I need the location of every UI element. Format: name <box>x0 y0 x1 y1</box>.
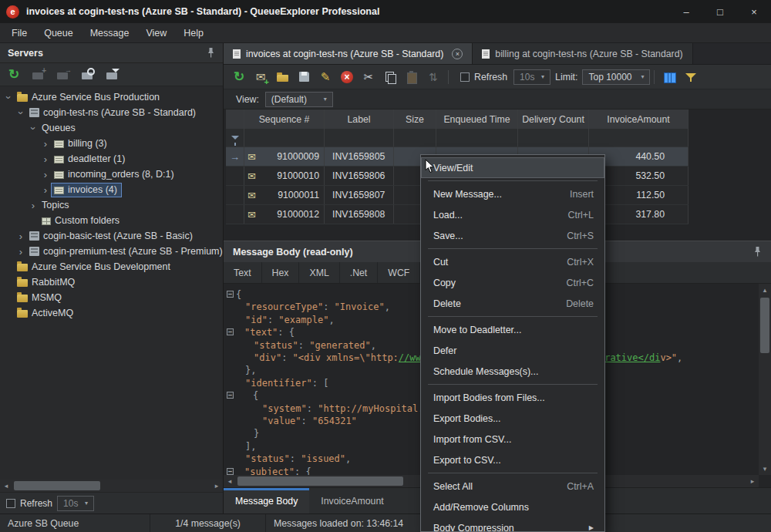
tree-item[interactable]: ›cogin-test-ns (Azure SB - Standard) <box>0 105 223 120</box>
tree-item-body[interactable]: Azure Service Bus Development <box>14 260 175 274</box>
cut-button[interactable] <box>358 67 379 87</box>
scroll-right-icon[interactable]: ▸ <box>746 475 759 487</box>
tree-item-body[interactable]: incoming_orders (8, D:1) <box>51 167 179 182</box>
tree-item[interactable]: ›incoming_orders (8, D:1) <box>0 167 223 182</box>
menu-item-defer[interactable]: Defer <box>421 340 604 361</box>
format-tab-hex[interactable]: Hex <box>262 262 300 283</box>
open-button[interactable] <box>271 67 293 87</box>
tree-item[interactable]: RabbitMQ <box>0 274 223 290</box>
filter-cell[interactable] <box>589 129 689 146</box>
scroll-thumb[interactable] <box>760 298 769 353</box>
menu-item-add-remove-columns[interactable]: Add/Remove Columns <box>421 497 604 517</box>
bottom-tab-invoiceamount[interactable]: InvoiceAmount <box>309 488 395 513</box>
tree-item[interactable]: ›invoices (4) <box>0 182 223 197</box>
browse-folders-button[interactable] <box>77 65 99 85</box>
menu-item-new-message[interactable]: New Message...Insert <box>421 184 604 204</box>
tree-item[interactable]: Custom folders <box>0 213 223 228</box>
bottom-tab-message-body[interactable]: Message Body <box>224 488 309 513</box>
tree-item-body[interactable]: ActiveMQ <box>14 306 78 321</box>
column-header-invoiceamount[interactable]: InvoiceAmount <box>589 109 689 129</box>
tree-item[interactable]: ›Queues <box>0 120 223 136</box>
menu-item-schedule-messages-s[interactable]: Schedule Messages(s)... <box>421 361 604 382</box>
column-header-enqueued-time[interactable]: Enqueued Time <box>436 109 518 129</box>
tree-item[interactable]: Azure Service Bus Development <box>0 259 223 274</box>
tree-item-body[interactable]: Azure Service Bus Production <box>14 90 164 105</box>
scroll-thumb[interactable] <box>14 481 100 490</box>
menu-item-cut[interactable]: CutCtrl+X <box>421 251 604 272</box>
scroll-up-icon[interactable]: ▴ <box>759 284 771 296</box>
column-header-indicator[interactable] <box>226 109 244 129</box>
column-header-label[interactable]: Label <box>325 109 394 129</box>
menu-item-import-from-csv[interactable]: Import from CSV... <box>421 429 604 450</box>
filter-cell[interactable] <box>436 129 518 146</box>
new-message-button[interactable] <box>250 67 271 87</box>
scroll-track[interactable] <box>12 480 210 492</box>
tree-item[interactable]: ›Azure Service Bus Production <box>0 89 223 105</box>
expander-icon[interactable]: › <box>28 123 39 133</box>
menu-message[interactable]: Message <box>82 23 138 42</box>
close-tab-icon[interactable]: × <box>452 49 463 59</box>
close-button[interactable]: × <box>737 0 771 23</box>
scroll-right-icon[interactable]: ▸ <box>210 480 223 492</box>
menu-item-move-to-deadletter[interactable]: Move to Deadletter... <box>421 319 604 340</box>
tree-item-body[interactable]: Topics <box>39 198 73 213</box>
tree-item-body[interactable]: deadletter (1) <box>51 152 130 167</box>
refresh-checkbox[interactable] <box>6 499 15 508</box>
document-tab[interactable]: invoices at cogin-test-ns (Azure SB - St… <box>224 43 473 64</box>
copy-button[interactable] <box>379 67 401 87</box>
tree-item-body[interactable]: Queues <box>39 121 80 136</box>
filter-servers-button[interactable] <box>102 65 123 85</box>
tree-item[interactable]: ›cogin-premium-test (Azure SB - Premium) <box>0 244 223 259</box>
refresh-button[interactable] <box>228 67 250 87</box>
remove-server-button[interactable] <box>52 65 74 85</box>
menu-item-load[interactable]: Load...Ctrl+L <box>421 204 604 225</box>
column-header-size[interactable]: Size <box>394 109 436 129</box>
menu-view[interactable]: View <box>137 23 175 42</box>
collapse-icon[interactable]: − <box>227 328 234 335</box>
format-tab-xml[interactable]: XML <box>299 262 339 283</box>
columns-button[interactable] <box>658 67 680 87</box>
expander-icon[interactable]: › <box>40 184 51 196</box>
expander-icon[interactable]: › <box>3 92 15 103</box>
add-server-button[interactable] <box>28 65 49 85</box>
tree-item[interactable]: ActiveMQ <box>0 305 223 321</box>
collapse-icon[interactable]: − <box>227 392 234 399</box>
tree-item-body[interactable]: cogin-test-ns (Azure SB - Standard) <box>26 106 200 120</box>
expander-icon[interactable]: › <box>40 138 51 150</box>
expander-icon[interactable]: › <box>40 169 51 180</box>
filter-button[interactable] <box>680 67 702 87</box>
edit-message-button[interactable] <box>315 67 336 87</box>
maximize-button[interactable]: □ <box>703 0 737 23</box>
tree-item[interactable]: ›billing (3) <box>0 136 223 151</box>
tree-item-body[interactable]: cogin-basic-test (Azure SB - Basic) <box>26 229 197 244</box>
document-tab[interactable]: billing at cogin-test-ns (Azure SB - Sta… <box>473 43 692 64</box>
filter-cell[interactable] <box>394 129 436 146</box>
requeue-button[interactable] <box>423 67 444 87</box>
menu-item-export-bodies[interactable]: Export Bodies... <box>421 408 604 429</box>
format-tab-net[interactable]: .Net <box>340 262 379 283</box>
filter-cell[interactable] <box>244 129 325 146</box>
tree-item-body[interactable]: cogin-premium-test (Azure SB - Premium) <box>26 244 223 259</box>
tree-item-body[interactable]: Custom folders <box>39 214 124 228</box>
expander-icon[interactable]: › <box>15 107 27 118</box>
filter-cell[interactable] <box>226 129 244 146</box>
refresh-interval-dropdown[interactable]: 10s ▾ <box>57 496 94 511</box>
menu-help[interactable]: Help <box>175 23 212 42</box>
scroll-left-icon[interactable]: ◂ <box>0 480 12 492</box>
view-dropdown[interactable]: (Default) ▾ <box>265 92 333 107</box>
menu-item-export-to-csv[interactable]: Export to CSV... <box>421 450 604 470</box>
vertical-scrollbar[interactable]: ▴ ▾ <box>759 284 771 475</box>
menu-item-select-all[interactable]: Select AllCtrl+A <box>421 476 604 497</box>
menu-item-body-compression[interactable]: Body Compression▶ <box>421 517 604 532</box>
tree-item[interactable]: ›deadletter (1) <box>0 151 223 167</box>
tree-item[interactable]: MSMQ <box>0 290 223 305</box>
paste-button[interactable] <box>401 67 423 87</box>
tree-item-body[interactable]: invoices (4) <box>51 183 122 197</box>
save-button[interactable] <box>293 67 315 87</box>
tree-item[interactable]: ›Topics <box>0 197 223 213</box>
pin-icon[interactable] <box>753 246 762 258</box>
tree-item-body[interactable]: MSMQ <box>14 291 66 305</box>
pin-icon[interactable] <box>207 47 215 59</box>
servers-horizontal-scrollbar[interactable]: ◂ ▸ <box>0 480 223 492</box>
tree-item-body[interactable]: billing (3) <box>51 136 112 151</box>
